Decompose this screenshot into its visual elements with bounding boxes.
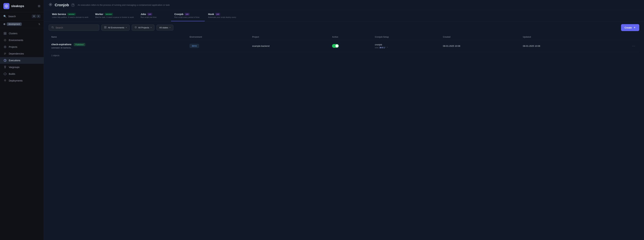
svg-rect-13 bbox=[104, 28, 105, 28]
filter-states-button[interactable]: All states ▾ bbox=[156, 25, 174, 30]
sidebar-item-label: Deployments bbox=[9, 79, 22, 82]
tab-web-service[interactable]: Web Service service Listen http petition… bbox=[48, 10, 92, 21]
clusters-icon bbox=[4, 32, 7, 35]
executions-icon bbox=[4, 59, 7, 62]
status-badge: Published bbox=[74, 43, 85, 46]
sidebar-item-projects[interactable]: Projects bbox=[0, 44, 44, 50]
sidebar-item-dependencies[interactable]: Dependencies bbox=[0, 50, 44, 57]
objects-count: 1 objects bbox=[51, 54, 60, 57]
page-gear-icon bbox=[48, 3, 52, 7]
kbd-meta: ⌘ bbox=[32, 15, 36, 18]
search-box-icon bbox=[52, 26, 54, 29]
deployments-icon bbox=[4, 79, 7, 82]
cronjob-table: Name Environment Project Active Cronjob … bbox=[48, 34, 639, 52]
env-switch-icon[interactable]: ⇅ bbox=[38, 23, 40, 26]
tab-jobs[interactable]: Jobs job Run script one time bbox=[137, 10, 171, 21]
cronjob-name: cronjob bbox=[375, 44, 438, 46]
svg-point-15 bbox=[135, 26, 136, 28]
sidebar-search-label: Search bbox=[8, 15, 16, 18]
sidebar-logo[interactable]: sleakops ⊞ bbox=[0, 0, 44, 12]
projects-icon bbox=[4, 45, 7, 48]
sidebar-item-label: Vargroups bbox=[9, 66, 20, 68]
sidebar: sleakops ⊞ 🔍 Search ⌘ K development ⇅ Cl… bbox=[0, 0, 44, 240]
sidebar-item-label: Executions bbox=[9, 59, 20, 62]
sidebar-item-label: Dependencies bbox=[9, 52, 24, 55]
chevron-down-icon: ▾ bbox=[126, 26, 127, 29]
sidebar-item-vargroups[interactable]: Vargroups bbox=[0, 64, 44, 70]
table-footer: 1 objects bbox=[48, 52, 639, 60]
svg-rect-11 bbox=[104, 26, 105, 27]
col-updated: Updated bbox=[520, 34, 600, 40]
vargroups-icon bbox=[4, 66, 7, 69]
page-title: Cronjob bbox=[55, 3, 69, 7]
chevron-down-icon: ▾ bbox=[150, 26, 152, 29]
env-badge: development bbox=[7, 22, 22, 26]
create-button[interactable]: Create ＋ bbox=[621, 24, 639, 31]
tab-cronjob[interactable]: Cronjob job Run script every period of t… bbox=[171, 10, 205, 21]
svg-point-16 bbox=[136, 27, 136, 28]
logo-icon bbox=[4, 3, 10, 9]
sidebar-search[interactable]: 🔍 Search ⌘ K bbox=[0, 12, 44, 20]
table-row[interactable]: check-expirations Published command: sh … bbox=[48, 40, 639, 52]
col-environment: Environment bbox=[187, 34, 249, 40]
toolbar: All Environments ▾ All Projects ▾ All st… bbox=[44, 22, 644, 34]
row-name: check-expirations bbox=[51, 43, 72, 46]
tab-worker[interactable]: Worker service Wait for task. It need a … bbox=[92, 10, 137, 21]
create-label: Create bbox=[624, 26, 632, 29]
environment-tag: demo bbox=[190, 44, 199, 48]
sidebar-item-deployments[interactable]: Deployments bbox=[0, 77, 44, 84]
sidebar-search-shortcut: ⌘ K bbox=[32, 15, 40, 18]
svg-rect-1 bbox=[4, 32, 5, 33]
search-box[interactable] bbox=[48, 24, 99, 31]
sidebar-item-label: Clusters bbox=[9, 32, 18, 35]
col-cronjob-setup: Cronjob Setup bbox=[372, 34, 440, 40]
sidebar-nav: Clusters Environments Projects Dependenc… bbox=[0, 28, 44, 240]
filter-proj-icon bbox=[134, 26, 137, 29]
col-created: Created bbox=[440, 34, 520, 40]
env-indicator bbox=[4, 23, 6, 25]
filter-environments-button[interactable]: All Environments ▾ bbox=[101, 24, 130, 31]
active-toggle[interactable] bbox=[332, 44, 339, 48]
sidebar-item-builds[interactable]: Builds bbox=[0, 70, 44, 77]
plus-icon: ＋ bbox=[633, 26, 636, 29]
svg-rect-4 bbox=[5, 34, 6, 34]
search-icon: 🔍 bbox=[4, 15, 6, 18]
page-header: Cronjob ? An execution refers to the pro… bbox=[44, 0, 644, 10]
search-input[interactable] bbox=[56, 26, 96, 29]
cell-environment: demo bbox=[187, 40, 249, 52]
sidebar-item-environments[interactable]: Environments bbox=[0, 37, 44, 44]
environments-icon bbox=[4, 38, 7, 42]
sidebar-item-executions[interactable]: Executions bbox=[0, 57, 44, 64]
filter-states-label: All states bbox=[159, 26, 168, 29]
cell-active bbox=[329, 40, 372, 52]
kbd-k: K bbox=[37, 15, 40, 18]
cell-created: 08-01-2025 10:08 bbox=[440, 40, 520, 52]
filter-projects-button[interactable]: All Projects ▾ bbox=[132, 24, 154, 31]
cell-cronjob-setup: cronjob cron: 30 5 1 * * bbox=[372, 40, 440, 52]
col-project: Project bbox=[250, 34, 329, 40]
row-command: command: sh /usr/src/a... bbox=[51, 47, 184, 49]
sidebar-item-label: Builds bbox=[9, 72, 15, 75]
builds-icon bbox=[4, 72, 7, 76]
col-actions bbox=[600, 34, 639, 40]
svg-rect-12 bbox=[106, 26, 106, 27]
filter-projects-label: All Projects bbox=[138, 26, 149, 29]
tab-hook[interactable]: Hook job Automate your script deploy eve… bbox=[205, 10, 240, 21]
svg-point-6 bbox=[5, 46, 6, 47]
col-active: Active bbox=[329, 34, 372, 40]
help-icon[interactable]: ? bbox=[71, 4, 74, 7]
svg-point-10 bbox=[52, 26, 53, 28]
sidebar-environment[interactable]: development ⇅ bbox=[0, 20, 44, 28]
svg-rect-2 bbox=[5, 32, 6, 33]
cell-name: check-expirations Published command: sh … bbox=[48, 40, 187, 52]
type-tabs: Web Service service Listen http petition… bbox=[44, 10, 644, 22]
sidebar-item-clusters[interactable]: Clusters bbox=[0, 30, 44, 37]
svg-point-5 bbox=[4, 46, 6, 48]
row-actions-button[interactable]: ⋯ bbox=[631, 44, 636, 48]
cell-actions: ⋯ bbox=[600, 40, 639, 52]
sidebar-item-label: Projects bbox=[9, 46, 18, 48]
grid-icon[interactable]: ⊞ bbox=[38, 4, 40, 8]
filter-environments-label: All Environments bbox=[108, 26, 124, 29]
col-name: Name bbox=[48, 34, 187, 40]
table-header-row: Name Environment Project Active Cronjob … bbox=[48, 34, 639, 40]
